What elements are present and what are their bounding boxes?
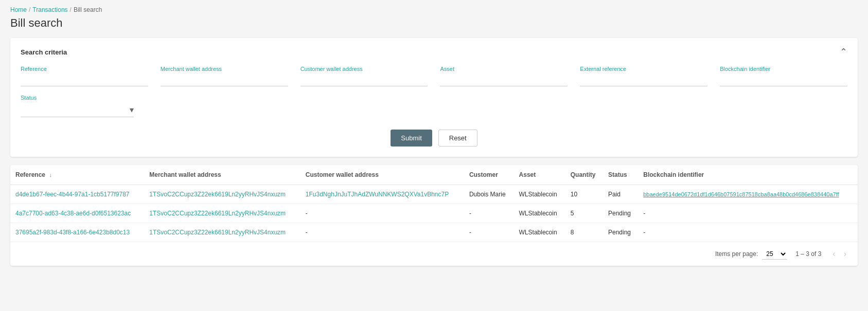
breadcrumb-current: Bill search: [74, 6, 102, 13]
col-reference: Reference ↓: [10, 165, 144, 185]
sort-icon[interactable]: ↓: [49, 172, 52, 178]
blockchain-id-link[interactable]: bbaede9514de0672d1df1d646b07591c87518cba…: [643, 191, 839, 197]
form-row-1: Reference Merchant wallet address Custom…: [21, 66, 847, 86]
table-row: d4de1b67-feec-4b44-97a1-1cb5177f97871TSv…: [10, 185, 858, 204]
next-page-button[interactable]: ›: [841, 247, 849, 261]
collapse-icon[interactable]: ⌃: [840, 46, 847, 58]
cell-status: Pending: [603, 223, 638, 242]
breadcrumb-home[interactable]: Home: [10, 6, 27, 13]
external-ref-label: External reference: [580, 66, 707, 72]
reference-link[interactable]: 4a7c7700-ad63-4c38-ae6d-d0f6513623ac: [15, 210, 131, 217]
form-actions: Submit Reset: [21, 130, 847, 147]
breadcrumb-sep1: /: [29, 6, 30, 13]
prev-page-button[interactable]: ‹: [829, 247, 838, 261]
reference-input[interactable]: [21, 74, 148, 86]
form-row-2: Status Paid Pending Cancelled ▾: [21, 95, 847, 117]
items-per-page: Items per page: 25 10 50 100: [715, 249, 787, 260]
customer-wallet-link[interactable]: 1Fu3dNghJnJuTJhAdZWuNNKWS2QXVa1vBhnc7P: [306, 191, 449, 198]
cell-customer: Dubois Marie: [464, 185, 514, 204]
breadcrumb-sep2: /: [70, 6, 72, 13]
table-header-row: Reference ↓ Merchant wallet address Cust…: [10, 165, 858, 185]
status-label: Status: [21, 95, 134, 101]
pagination-controls: ‹ ›: [829, 247, 849, 261]
customer-wallet-field: Customer wallet address: [300, 66, 428, 86]
page-title: Bill search: [10, 16, 858, 30]
merchant-wallet-input[interactable]: [161, 74, 288, 86]
merchant-wallet-link[interactable]: 1TSvoC2CCupz3Z22ek6619Ln2yyRHvJS4nxuzm: [149, 210, 286, 217]
cell-blockchain-id: -: [638, 204, 858, 223]
submit-button[interactable]: Submit: [391, 130, 432, 147]
breadcrumb: Home / Transactions / Bill search: [10, 6, 858, 13]
external-ref-field: External reference: [580, 66, 707, 86]
items-per-page-label: Items per page:: [715, 250, 758, 258]
results-panel: Reference ↓ Merchant wallet address Cust…: [10, 165, 858, 266]
pagination-info: 1 – 3 of 3: [795, 250, 821, 258]
customer-wallet-input[interactable]: [300, 74, 428, 86]
blockchain-id-field: Blockchain identifier: [720, 66, 847, 86]
cell-quantity: 5: [565, 204, 603, 223]
cell-quantity: 8: [565, 223, 603, 242]
reference-link[interactable]: 37695a2f-983d-43f8-a166-6e423b8d0c13: [15, 229, 130, 236]
cell-reference: d4de1b67-feec-4b44-97a1-1cb5177f9787: [10, 185, 144, 204]
search-panel-title: Search criteria: [21, 48, 67, 56]
blockchain-id-input[interactable]: [720, 74, 847, 86]
cell-reference: 4a7c7700-ad63-4c38-ae6d-d0f6513623ac: [10, 204, 144, 223]
merchant-wallet-link[interactable]: 1TSvoC2CCupz3Z22ek6619Ln2yyRHvJS4nxuzm: [149, 229, 286, 236]
search-panel-header: Search criteria ⌃: [21, 46, 847, 58]
col-customer: Customer: [464, 165, 514, 185]
merchant-wallet-label: Merchant wallet address: [161, 66, 288, 72]
blockchain-id-label: Blockchain identifier: [720, 66, 847, 72]
cell-blockchain-id: bbaede9514de0672d1df1d646b07591c87518cba…: [638, 185, 858, 204]
status-field: Status Paid Pending Cancelled ▾: [21, 95, 134, 117]
customer-wallet-label: Customer wallet address: [300, 66, 428, 72]
col-customer-wallet: Customer wallet address: [300, 165, 464, 185]
results-table: Reference ↓ Merchant wallet address Cust…: [10, 165, 858, 242]
col-quantity: Quantity: [565, 165, 603, 185]
search-panel: Search criteria ⌃ Reference Merchant wal…: [10, 38, 858, 157]
cell-status: Pending: [603, 204, 638, 223]
cell-customer: -: [464, 204, 514, 223]
reference-field: Reference: [21, 66, 148, 86]
status-select-wrapper: Paid Pending Cancelled ▾: [21, 103, 134, 117]
cell-customer-wallet: 1Fu3dNghJnJuTJhAdZWuNNKWS2QXVa1vBhnc7P: [300, 185, 464, 204]
col-asset: Asset: [514, 165, 565, 185]
cell-reference: 37695a2f-983d-43f8-a166-6e423b8d0c13: [10, 223, 144, 242]
table-row: 37695a2f-983d-43f8-a166-6e423b8d0c131TSv…: [10, 223, 858, 242]
asset-input[interactable]: [440, 74, 568, 86]
status-select-arrow: ▾: [130, 105, 134, 115]
reference-label: Reference: [21, 66, 148, 72]
table-row: 4a7c7700-ad63-4c38-ae6d-d0f6513623ac1TSv…: [10, 204, 858, 223]
cell-asset: WLStablecoin: [514, 204, 565, 223]
breadcrumb-transactions[interactable]: Transactions: [32, 6, 67, 13]
asset-label: Asset: [440, 66, 568, 72]
cell-merchant-wallet: 1TSvoC2CCupz3Z22ek6619Ln2yyRHvJS4nxuzm: [144, 223, 300, 242]
page-container: Home / Transactions / Bill search Bill s…: [0, 0, 868, 272]
cell-blockchain-id: -: [638, 223, 858, 242]
merchant-wallet-link[interactable]: 1TSvoC2CCupz3Z22ek6619Ln2yyRHvJS4nxuzm: [149, 191, 286, 198]
col-status: Status: [603, 165, 638, 185]
cell-merchant-wallet: 1TSvoC2CCupz3Z22ek6619Ln2yyRHvJS4nxuzm: [144, 204, 300, 223]
table-footer: Items per page: 25 10 50 100 1 – 3 of 3 …: [10, 242, 858, 266]
col-blockchain-id: Blockchain identifier: [638, 165, 858, 185]
external-ref-input[interactable]: [580, 74, 707, 86]
items-per-page-select[interactable]: 25 10 50 100: [762, 249, 787, 260]
cell-quantity: 10: [565, 185, 603, 204]
cell-asset: WLStablecoin: [514, 223, 565, 242]
status-select[interactable]: Paid Pending Cancelled: [21, 106, 130, 114]
asset-field: Asset: [440, 66, 568, 86]
merchant-wallet-field: Merchant wallet address: [161, 66, 288, 86]
table-container: Reference ↓ Merchant wallet address Cust…: [10, 165, 858, 242]
col-merchant-wallet: Merchant wallet address: [144, 165, 300, 185]
cell-asset: WLStablecoin: [514, 185, 565, 204]
cell-merchant-wallet: 1TSvoC2CCupz3Z22ek6619Ln2yyRHvJS4nxuzm: [144, 185, 300, 204]
cell-customer-wallet: -: [300, 204, 464, 223]
cell-customer-wallet: -: [300, 223, 464, 242]
cell-status: Paid: [603, 185, 638, 204]
reference-link[interactable]: d4de1b67-feec-4b44-97a1-1cb5177f9787: [15, 191, 130, 198]
reset-button[interactable]: Reset: [438, 130, 477, 147]
cell-customer: -: [464, 223, 514, 242]
